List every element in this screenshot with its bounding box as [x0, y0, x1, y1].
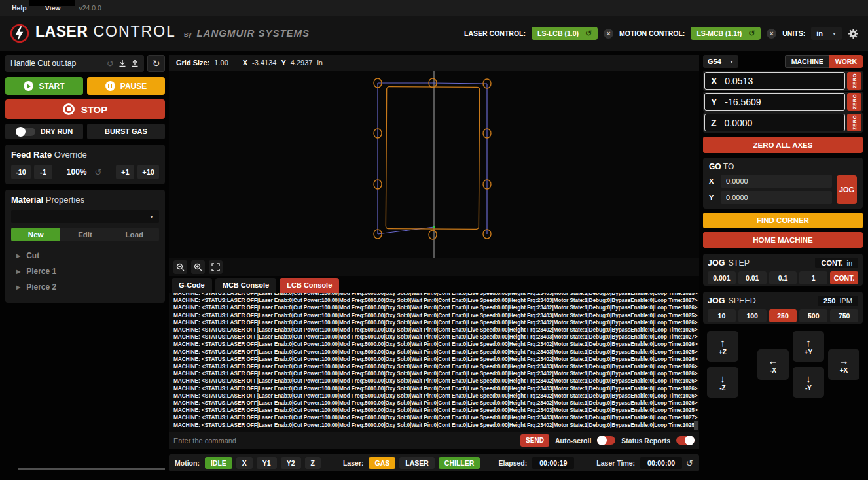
header-controls: LASER CONTROL: LS-LCB (1.0) ↺ × MOTION C…	[464, 27, 859, 40]
units-label: UNITS:	[782, 29, 805, 37]
motion-control-reconnect-icon[interactable]: ↺	[748, 29, 755, 38]
jog-step-value: CONT.	[821, 259, 842, 267]
jog-step-0001-button[interactable]: 0.001	[708, 271, 736, 284]
canvas-toolbar	[169, 258, 699, 276]
console-line: MACHINE: <STATUS:LASER OFF|Laser Enab:0|…	[173, 312, 699, 319]
tree-item-cut[interactable]: ▶ Cut	[11, 248, 159, 264]
zoom-in-icon[interactable]	[191, 260, 205, 274]
menu-help[interactable]: Help	[12, 4, 27, 12]
console-output[interactable]: MACHINE: <STATUS:LASER OFF|Laser Enab:0|…	[169, 293, 699, 432]
zero-x-button[interactable]: ZERO	[847, 72, 861, 90]
jog-minus-y-button[interactable]: ↓ -Y	[793, 367, 824, 398]
zoom-out-icon[interactable]	[173, 260, 187, 274]
laser-time-reset-icon[interactable]: ↺	[686, 458, 693, 468]
fit-to-screen-icon[interactable]	[209, 260, 223, 274]
jog-step-001-button[interactable]: 0.01	[738, 271, 767, 284]
goto-jog-button[interactable]: JOG	[837, 175, 857, 204]
jog-step-cont-button[interactable]: CONT.	[830, 271, 858, 284]
pause-button[interactable]: PAUSE	[87, 77, 165, 95]
tree-expand-icon: ▶	[16, 269, 20, 275]
zero-y-button[interactable]: ZERO	[847, 93, 861, 111]
status-reports-toggle[interactable]	[676, 436, 695, 445]
jog-plus-x-button[interactable]: → +X	[828, 349, 859, 380]
tab-work-coords[interactable]: WORK	[829, 55, 863, 68]
program-history-button[interactable]: ↻	[147, 55, 165, 72]
toolpath-canvas[interactable]	[169, 71, 699, 258]
zero-z-button[interactable]: ZERO	[847, 114, 861, 131]
start-button[interactable]: START	[5, 77, 83, 95]
laser-control-disconnect-icon[interactable]: ×	[604, 29, 613, 39]
jog-axis-label: -Y	[805, 385, 812, 392]
jog-speed-100-button[interactable]: 100	[738, 309, 767, 322]
jog-step-panel: JOG STEP CONT. in 0.001 0.01 0.1 1 CONT.	[703, 254, 863, 286]
status-reports-label: Status Reports	[621, 437, 670, 445]
laser-control-status[interactable]: LS-LCB (1.0) ↺	[532, 27, 598, 40]
dry-run-toggle[interactable]: DRY RUN	[5, 124, 83, 139]
download-program-icon[interactable]	[118, 60, 126, 67]
logo-by-text: By	[184, 31, 192, 38]
tab-gcode[interactable]: G-Code	[172, 278, 212, 293]
jog-axis-label: -X	[770, 367, 776, 374]
burst-gas-button[interactable]: BURST GAS	[87, 124, 165, 139]
console-line: MACHINE: <STATUS:LASER OFF|Laser Enab:0|…	[173, 414, 699, 421]
tree-item-pierce-1[interactable]: ▶ Pierce 1	[11, 264, 159, 279]
jog-plus-z-button[interactable]: ↑ +Z	[707, 331, 738, 362]
zero-label: ZERO	[852, 94, 858, 109]
settings-gear-icon[interactable]	[848, 28, 859, 39]
jog-minus-x-button[interactable]: ← -X	[757, 349, 789, 380]
tab-machine-coords[interactable]: MACHINE	[785, 55, 829, 68]
jog-axis-label: -Z	[719, 385, 725, 392]
send-button[interactable]: SEND	[520, 434, 549, 447]
laser-control-reconnect-icon[interactable]: ↺	[585, 29, 592, 38]
jog-speed-250-button[interactable]: 250	[769, 309, 797, 322]
jog-minus-z-button[interactable]: ↓ -Z	[707, 367, 738, 398]
jog-plus-y-button[interactable]: ↑ +Y	[793, 331, 824, 362]
find-corner-button[interactable]: FIND CORNER	[703, 213, 863, 228]
console-scrollbar-thumb[interactable]	[694, 421, 698, 430]
feed-minus-10-button[interactable]: -10	[11, 165, 31, 179]
cursor-y-value: 4.2937	[291, 59, 313, 67]
jog-step-1-button[interactable]: 1	[799, 271, 827, 284]
undo-icon[interactable]: ↺	[107, 59, 114, 69]
zero-all-axes-button[interactable]: ZERO ALL AXES	[703, 137, 863, 153]
goto-y-input[interactable]	[721, 191, 832, 204]
goto-x-input[interactable]	[721, 175, 832, 188]
logo-control-text: CONTROL	[93, 23, 175, 41]
material-edit-button[interactable]: Edit	[60, 228, 109, 241]
current-position-marker	[433, 226, 435, 228]
material-select[interactable]: ▼	[11, 210, 159, 223]
feed-plus-1-button[interactable]: +1	[116, 165, 134, 179]
upload-program-icon[interactable]	[131, 60, 139, 67]
tree-item-pierce-2[interactable]: ▶ Pierce 2	[11, 279, 159, 295]
tree-expand-icon: ▶	[16, 253, 20, 259]
material-new-button[interactable]: New	[11, 228, 60, 241]
jog-speed-750-button[interactable]: 750	[830, 309, 858, 322]
wcs-value: G54	[708, 58, 721, 65]
feed-reset-icon[interactable]: ↺	[95, 167, 102, 177]
units-select[interactable]: in ▼	[811, 27, 842, 40]
feed-plus-10-button[interactable]: +10	[137, 165, 159, 179]
motion-control-status[interactable]: LS-MCB (1.1f) ↺	[691, 27, 761, 40]
tab-lcb-console[interactable]: LCB Console	[280, 278, 339, 293]
motion-control-value: LS-MCB (1.1f)	[696, 29, 742, 37]
material-load-button[interactable]: Load	[110, 228, 159, 241]
jog-speed-10-button[interactable]: 10	[708, 309, 736, 322]
console-line: MACHINE: <STATUS:LASER OFF|Laser Enab:0|…	[173, 400, 699, 407]
jog-step-01-button[interactable]: 0.1	[769, 271, 797, 284]
command-bar: SEND Auto-scroll Status Reports	[169, 432, 699, 449]
tab-mcb-console[interactable]: MCB Console	[215, 278, 277, 293]
toggle-off-icon[interactable]	[16, 128, 35, 136]
motion-control-disconnect-icon[interactable]: ×	[767, 29, 776, 39]
laser-label: Laser:	[343, 459, 364, 467]
wcs-select[interactable]: G54 ▼	[703, 55, 738, 68]
arrow-down-icon: ↓	[806, 373, 811, 383]
jog-speed-500-button[interactable]: 500	[799, 309, 827, 322]
program-file-field[interactable]: Handle Cut out.tap ↺	[5, 55, 144, 72]
goto-title: GO TO	[709, 162, 857, 171]
autoscroll-toggle[interactable]	[597, 436, 615, 445]
stop-button[interactable]: STOP	[5, 99, 165, 119]
feed-minus-1-button[interactable]: -1	[34, 165, 52, 179]
home-machine-button[interactable]: HOME MACHINE	[703, 232, 863, 248]
command-input[interactable]	[173, 437, 515, 445]
laser-time-label: Laser Time:	[596, 459, 635, 467]
